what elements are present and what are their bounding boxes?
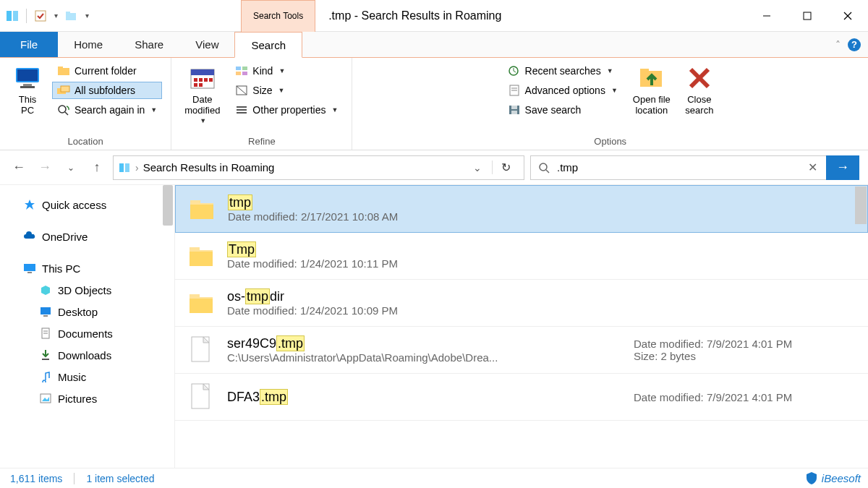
result-name: os-tmpdir [227,289,858,304]
new-folder-icon[interactable] [64,8,80,24]
back-button[interactable]: ← [9,158,29,178]
svg-rect-16 [61,86,69,92]
this-pc-button[interactable]: This PC [9,61,46,119]
tab-file[interactable]: File [0,32,58,57]
result-row[interactable]: DFA3.tmpDate modified: 7/9/2021 4:01 PM [175,374,868,421]
svg-rect-70 [190,252,213,266]
tab-search[interactable]: Search [234,32,302,58]
folder-icon [186,193,218,225]
save-search-button[interactable]: Save search [503,101,623,119]
result-row[interactable]: tmpDate modified: 2/17/2021 10:08 AM [175,185,868,233]
ribbon-group-location: This PC Current folder All subfolders Se… [0,58,171,150]
collapse-ribbon-icon[interactable]: ˄ [835,39,841,51]
result-meta: Date modified: 7/9/2021 4:01 PM [634,391,858,403]
tab-view[interactable]: View [179,32,234,57]
file-icon [185,334,217,366]
result-subtext: C:\Users\Administrator\AppData\Roaming\A… [227,351,624,364]
svg-rect-66 [190,200,200,205]
forward-button[interactable]: → [35,158,55,178]
size-button[interactable]: Size ▼ [230,82,343,99]
result-subtext: Date modified: 1/24/2021 10:11 PM [227,257,858,270]
explorer-icon [4,8,20,24]
file-icon [185,381,217,413]
svg-rect-20 [191,69,214,75]
recent-locations-button[interactable]: ⌄ [61,158,81,178]
result-row[interactable]: os-tmpdirDate modified: 1/24/2021 10:09 … [175,280,868,327]
svg-point-51 [540,163,547,171]
minimize-button[interactable] [746,1,787,30]
sidebar-item-documents[interactable]: Documents [3,322,171,344]
sidebar-item-quick-access[interactable]: Quick access [3,194,171,215]
sidebar-item-onedrive[interactable]: OneDrive [3,226,171,247]
svg-rect-11 [23,84,32,86]
svg-rect-43 [511,106,517,109]
svg-rect-4 [66,12,70,14]
clear-search-icon[interactable]: ✕ [799,160,826,174]
sidebar-item-desktop[interactable]: Desktop [3,301,171,322]
svg-marker-53 [25,200,35,210]
open-file-location-button[interactable]: Open file location [629,61,675,119]
dropdown-icon: ▼ [150,106,157,114]
tab-home[interactable]: Home [58,32,119,57]
maximize-button[interactable] [787,1,827,30]
sidebar-item-music[interactable]: Music [3,366,171,388]
documents-icon [39,327,52,340]
kind-button[interactable]: Kind ▼ [230,62,343,80]
search-tools-contextual-tab[interactable]: Search Tools [241,0,315,32]
advanced-options-button[interactable]: Advanced options ▼ [503,82,623,99]
tab-share[interactable]: Share [119,32,179,57]
date-modified-button[interactable]: Date modified ▼ [180,61,224,127]
results-scrollbar[interactable] [855,187,867,224]
search-input[interactable] [557,161,799,174]
properties-icon[interactable] [33,8,48,24]
cube-icon [39,283,52,296]
result-main: ser49C9.tmpC:\Users\Administrator\AppDat… [227,336,624,364]
svg-rect-14 [58,67,63,69]
all-subfolders-button[interactable]: All subfolders [52,82,162,99]
close-button[interactable] [827,1,868,30]
svg-rect-1 [13,11,18,21]
folder-icon [185,287,217,319]
address-bar[interactable]: › Search Results in Roaming ⌄ ↻ [113,155,524,180]
result-row[interactable]: ser49C9.tmpC:\Users\Administrator\AppDat… [175,327,868,374]
refresh-button[interactable]: ↻ [492,160,519,174]
svg-rect-25 [194,83,197,87]
result-main: os-tmpdirDate modified: 1/24/2021 10:09 … [227,289,858,317]
svg-rect-10 [17,69,38,81]
result-row[interactable]: TmpDate modified: 1/24/2021 10:11 PM [175,233,868,280]
search-again-in-button[interactable]: Search again in ▼ [52,101,162,119]
sidebar-item-pictures[interactable]: Pictures [3,388,171,409]
up-button[interactable]: ↑ [87,158,107,178]
close-search-button[interactable]: Close search [681,61,718,119]
sidebar-item-3d-objects[interactable]: 3D Objects [3,279,171,301]
sidebar-item-downloads[interactable]: Downloads [3,344,171,366]
svg-rect-12 [20,86,35,88]
item-count: 1,611 items [10,473,62,484]
close-x-icon [685,64,714,93]
status-bar: 1,611 items 1 item selected [0,468,868,488]
quick-access-toolbar: ▾ ▾ [0,8,96,24]
address-dropdown-icon[interactable]: ⌄ [467,162,488,174]
sidebar-item-this-pc[interactable]: This PC [3,257,171,279]
title-bar: ▾ ▾ Search Tools .tmp - Search Results i… [0,0,868,32]
search-go-button[interactable]: → [826,155,859,180]
help-icon[interactable]: ? [848,38,861,51]
svg-line-38 [514,71,516,72]
qat-customize-icon[interactable]: ▾ [82,12,92,20]
svg-rect-22 [199,78,203,82]
dropdown-icon: ▼ [278,67,285,74]
current-folder-button[interactable]: Current folder [52,62,162,80]
result-subtext: Date modified: 2/17/2021 10:08 AM [228,210,857,223]
qat-dropdown-icon[interactable]: ▾ [51,12,61,20]
breadcrumb[interactable]: Search Results in Roaming [143,161,463,174]
svg-rect-69 [190,247,200,252]
other-properties-button[interactable]: Other properties ▼ [230,101,343,119]
cloud-icon [23,230,36,243]
svg-rect-24 [209,78,213,82]
recent-searches-button[interactable]: Recent searches ▼ [503,62,623,80]
sidebar-scrollbar[interactable] [163,185,173,226]
kind-icon [235,64,248,77]
dropdown-icon: ▼ [332,106,339,114]
pc-icon [23,262,36,275]
svg-rect-27 [236,67,241,70]
